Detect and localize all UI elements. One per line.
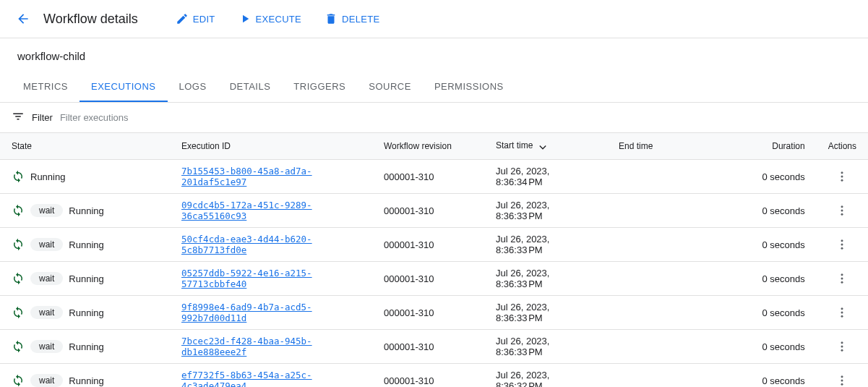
execute-label: EXECUTE <box>256 14 302 25</box>
state-cell: waitRunning <box>12 306 158 319</box>
trash-icon <box>325 12 338 25</box>
filter-input[interactable] <box>60 112 856 123</box>
duration-cell: 0 seconds <box>719 262 817 296</box>
wait-chip: wait <box>30 374 63 387</box>
start-time-cell: Jul 26, 2023, 8:36:33 PM <box>484 296 607 330</box>
tab-executions[interactable]: EXECUTIONS <box>80 72 168 102</box>
state-text: Running <box>69 375 103 386</box>
tab-metrics[interactable]: METRICS <box>12 72 80 102</box>
svg-point-3 <box>841 205 843 208</box>
svg-point-1 <box>841 176 843 178</box>
wait-chip: wait <box>30 306 63 319</box>
pencil-icon <box>176 12 189 25</box>
state-cell: waitRunning <box>12 374 158 387</box>
start-time-cell: Jul 26, 2023, 8:36:33 PM <box>484 194 607 228</box>
table-row: waitRunning09cdc4b5-172a-451c-9289-36ca5… <box>0 194 868 228</box>
revision-cell: 000001-310 <box>372 262 484 296</box>
end-time-cell <box>607 296 719 330</box>
running-icon <box>12 374 25 387</box>
play-icon <box>239 12 252 25</box>
col-end-time[interactable]: End time <box>607 133 719 160</box>
wait-chip: wait <box>30 238 63 251</box>
workflow-name: workflow-child <box>0 38 868 72</box>
execution-id-link[interactable]: 7b155453-b800-45a8-ad7a-201daf5c1e97 <box>181 166 312 187</box>
running-icon <box>12 238 25 251</box>
execution-id-link[interactable]: 7bcec23d-f428-4baa-945b-db1e888eee2f <box>181 336 312 357</box>
tab-logs[interactable]: LOGS <box>168 72 218 102</box>
svg-point-18 <box>841 375 843 378</box>
duration-cell: 0 seconds <box>719 364 817 388</box>
svg-point-10 <box>841 278 843 280</box>
state-text: Running <box>30 171 65 182</box>
more-vert-icon[interactable] <box>833 303 851 322</box>
back-arrow-icon[interactable] <box>12 7 35 30</box>
end-time-cell <box>607 194 719 228</box>
tab-source[interactable]: SOURCE <box>357 72 423 102</box>
svg-point-8 <box>841 247 843 250</box>
revision-cell: 000001-310 <box>372 330 484 364</box>
table-row: waitRunning7bcec23d-f428-4baa-945b-db1e8… <box>0 330 868 364</box>
svg-point-14 <box>841 315 843 318</box>
running-icon <box>12 272 25 285</box>
more-vert-icon[interactable] <box>833 167 851 186</box>
more-vert-icon[interactable] <box>833 201 851 220</box>
execution-id-link[interactable]: 9f8998e4-6ad9-4b7a-acd5-992b7d00d11d <box>181 302 312 323</box>
execution-id-link[interactable]: 50cf4cda-eae3-4d44-b620-5c8b7713fd0e <box>181 234 312 255</box>
svg-point-16 <box>841 346 843 348</box>
start-time-cell: Jul 26, 2023, 8:36:33 PM <box>484 228 607 262</box>
tab-permissions[interactable]: PERMISSIONS <box>423 72 515 102</box>
filter-icon <box>12 110 25 125</box>
col-state[interactable]: State <box>0 133 170 160</box>
col-duration[interactable]: Duration <box>719 133 817 160</box>
state-text: Running <box>69 341 103 352</box>
header-actions: EDIT EXECUTE DELETE <box>173 8 383 30</box>
revision-cell: 000001-310 <box>372 194 484 228</box>
execution-id-link[interactable]: 05257ddb-5922-4e16-a215-57713cbbfe40 <box>181 268 312 289</box>
revision-cell: 000001-310 <box>372 364 484 388</box>
running-icon <box>12 204 25 217</box>
state-cell: waitRunning <box>12 204 158 217</box>
svg-point-19 <box>841 380 843 382</box>
col-revision[interactable]: Workflow revision <box>372 133 484 160</box>
col-actions[interactable]: Actions <box>817 133 868 160</box>
table-row: waitRunning9f8998e4-6ad9-4b7a-acd5-992b7… <box>0 296 868 330</box>
revision-cell: 000001-310 <box>372 228 484 262</box>
delete-button[interactable]: DELETE <box>322 8 382 30</box>
revision-cell: 000001-310 <box>372 296 484 330</box>
col-start-time[interactable]: Start time <box>484 133 607 160</box>
running-icon <box>12 306 25 319</box>
svg-point-13 <box>841 312 843 314</box>
state-text: Running <box>69 205 103 216</box>
wait-chip: wait <box>30 340 63 353</box>
page-title: Workflow details <box>43 12 138 27</box>
col-start-label: Start time <box>496 140 533 150</box>
more-vert-icon[interactable] <box>833 269 851 288</box>
execution-id-link[interactable]: 09cdc4b5-172a-451c-9289-36ca55160c93 <box>181 200 312 221</box>
execute-button[interactable]: EXECUTE <box>236 8 305 30</box>
revision-cell: 000001-310 <box>372 160 484 194</box>
filter-bar: Filter <box>0 103 868 133</box>
end-time-cell <box>607 228 719 262</box>
tab-details[interactable]: DETAILS <box>218 72 283 102</box>
start-time-cell: Jul 26, 2023, 8:36:32 PM <box>484 364 607 388</box>
svg-point-9 <box>841 273 843 276</box>
svg-point-5 <box>841 213 843 216</box>
more-vert-icon[interactable] <box>833 371 851 387</box>
more-vert-icon[interactable] <box>833 337 851 356</box>
table-header-row: State Execution ID Workflow revision Sta… <box>0 133 868 160</box>
state-cell: Running <box>12 170 158 183</box>
filter-label: Filter <box>32 112 53 123</box>
duration-cell: 0 seconds <box>719 194 817 228</box>
edit-button[interactable]: EDIT <box>173 8 218 30</box>
running-icon <box>12 340 25 353</box>
tab-triggers[interactable]: TRIGGERS <box>282 72 357 102</box>
duration-cell: 0 seconds <box>719 330 817 364</box>
more-vert-icon[interactable] <box>833 235 851 254</box>
svg-point-15 <box>841 341 843 344</box>
svg-point-4 <box>841 210 843 212</box>
table-row: waitRunning05257ddb-5922-4e16-a215-57713… <box>0 262 868 296</box>
svg-point-7 <box>841 244 843 246</box>
execution-id-link[interactable]: ef7732f5-8b63-454a-a25c-4c3ade479ea4 <box>181 370 312 387</box>
col-execution-id[interactable]: Execution ID <box>170 133 372 160</box>
end-time-cell <box>607 262 719 296</box>
